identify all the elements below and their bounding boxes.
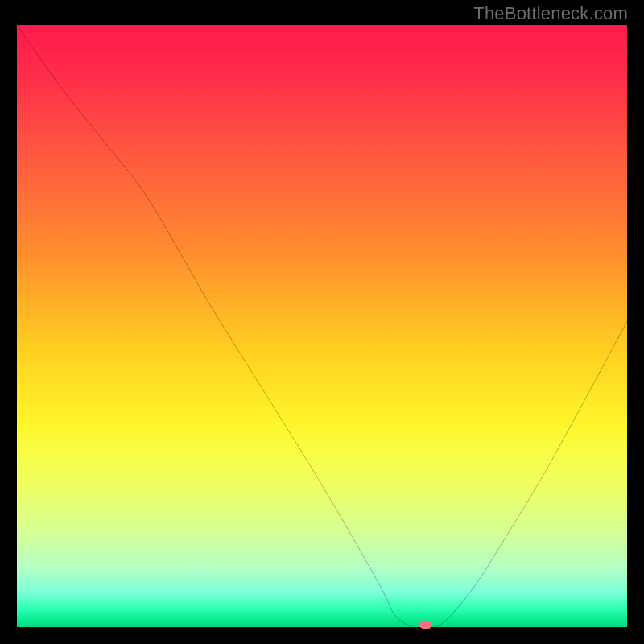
heat-gradient-background bbox=[16, 24, 628, 628]
watermark-text: TheBottleneck.com bbox=[473, 3, 628, 24]
plot-area bbox=[16, 24, 628, 628]
chart-frame: TheBottleneck.com bbox=[0, 0, 644, 644]
